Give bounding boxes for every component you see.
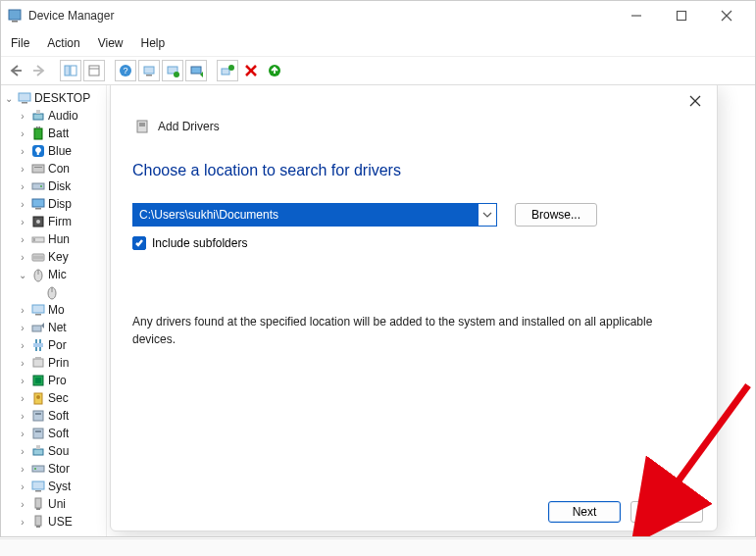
- svg-rect-10: [89, 66, 99, 76]
- tree-item[interactable]: ›USE: [3, 513, 104, 531]
- next-button[interactable]: Next: [548, 501, 621, 523]
- svg-rect-41: [33, 238, 35, 241]
- update-driver-button[interactable]: [185, 60, 207, 81]
- expand-icon[interactable]: ›: [17, 393, 28, 404]
- svg-point-67: [34, 468, 36, 470]
- toolbar: ?: [1, 57, 755, 85]
- expand-icon[interactable]: ›: [17, 499, 28, 510]
- tree-item[interactable]: ›Key: [3, 248, 104, 266]
- tree-root[interactable]: ⌄ DESKTOP: [3, 89, 104, 107]
- tree-item[interactable]: ›Uni: [3, 495, 104, 513]
- tree-item[interactable]: ›Prin: [3, 354, 104, 372]
- expand-icon[interactable]: ›: [17, 446, 28, 457]
- expand-icon[interactable]: ›: [17, 305, 28, 316]
- device-icon: [30, 178, 46, 194]
- menu-file[interactable]: File: [9, 34, 31, 52]
- tree-item[interactable]: ›Firm: [3, 213, 104, 230]
- expand-icon[interactable]: ›: [17, 217, 28, 227]
- tree-item[interactable]: ›Sec: [3, 389, 104, 407]
- svg-point-59: [36, 395, 40, 399]
- collapse-icon[interactable]: ⌄: [3, 93, 15, 104]
- help-button[interactable]: ?: [115, 60, 136, 81]
- close-window-button[interactable]: [704, 1, 749, 30]
- expand-icon[interactable]: ›: [17, 199, 28, 210]
- tree-item[interactable]: ›Disk: [3, 177, 104, 195]
- svg-point-35: [40, 185, 42, 187]
- expand-icon[interactable]: ›: [17, 234, 28, 245]
- device-icon: [30, 337, 46, 353]
- show-hide-tree-button[interactable]: [60, 60, 81, 81]
- tree-item[interactable]: ›Audio: [3, 107, 104, 125]
- device-icon: [30, 231, 46, 247]
- tree-item-label: Prin: [48, 356, 69, 370]
- svg-rect-43: [33, 256, 43, 260]
- dialog-close-button[interactable]: [683, 89, 707, 113]
- enable-device-button[interactable]: [264, 60, 285, 81]
- tree-item[interactable]: ›Stor: [3, 460, 104, 478]
- expand-icon[interactable]: ›: [17, 340, 28, 351]
- forward-button[interactable]: [28, 60, 50, 81]
- tree-item-label: Mo: [48, 303, 65, 317]
- expand-icon[interactable]: ›: [17, 323, 28, 333]
- dialog-header-text: Add Drivers: [158, 120, 220, 133]
- expand-icon[interactable]: ›: [17, 111, 28, 122]
- tree-item[interactable]: ›Batt: [3, 125, 104, 142]
- svg-rect-55: [35, 357, 41, 359]
- tree-item[interactable]: ›Soft: [3, 425, 104, 442]
- expand-icon[interactable]: ›: [17, 128, 28, 139]
- svg-text:?: ?: [123, 66, 127, 76]
- expand-icon[interactable]: ›: [17, 181, 28, 192]
- tree-item[interactable]: [3, 283, 104, 301]
- device-icon: [30, 126, 46, 141]
- properties-button[interactable]: [83, 60, 105, 81]
- tree-item[interactable]: ›Hun: [3, 230, 104, 248]
- expand-icon[interactable]: ›: [17, 517, 28, 528]
- tree-item[interactable]: ›Pro: [3, 372, 104, 389]
- mouse-icon: [44, 284, 60, 300]
- maximize-button[interactable]: [659, 1, 704, 30]
- expand-icon[interactable]: ›: [17, 481, 28, 492]
- scan-hardware-button[interactable]: [138, 60, 160, 81]
- tree-item-label: USE: [48, 515, 73, 529]
- disable-device-button[interactable]: [240, 60, 262, 81]
- tree-item[interactable]: ›Sou: [3, 442, 104, 460]
- menu-action[interactable]: Action: [45, 34, 81, 52]
- expand-icon[interactable]: ›: [17, 252, 28, 263]
- tree-item-label: Audio: [48, 109, 78, 123]
- expand-icon[interactable]: ›: [17, 358, 28, 369]
- add-driver-button[interactable]: [162, 60, 183, 81]
- menu-view[interactable]: View: [96, 34, 126, 52]
- expand-icon[interactable]: ›: [17, 464, 28, 475]
- tree-item[interactable]: ⌄Mic: [3, 266, 104, 283]
- path-value[interactable]: C:\Users\sukhi\Documents: [133, 204, 479, 226]
- chevron-down-icon[interactable]: [479, 204, 496, 226]
- tree-item[interactable]: ›Con: [3, 160, 104, 177]
- uninstall-device-button[interactable]: [217, 60, 238, 81]
- back-button[interactable]: [5, 60, 26, 81]
- tree-item[interactable]: ›Net: [3, 319, 104, 336]
- expand-icon[interactable]: ⌄: [17, 270, 28, 280]
- expand-icon[interactable]: ›: [17, 146, 28, 157]
- svg-rect-29: [36, 126, 38, 128]
- tree-item[interactable]: ›Por: [3, 336, 104, 354]
- cancel-button[interactable]: Cancel: [630, 501, 703, 523]
- menu-help[interactable]: Help: [139, 34, 168, 52]
- expand-icon[interactable]: ›: [17, 164, 28, 175]
- tree-item[interactable]: ›Syst: [3, 478, 104, 495]
- path-combobox[interactable]: C:\Users\sukhi\Documents: [132, 203, 497, 227]
- device-tree[interactable]: ⌄ DESKTOP ›Audio›Batt›Blue›Con›Disk›Disp…: [1, 85, 107, 536]
- device-icon: [30, 108, 46, 124]
- tree-item[interactable]: ›Mo: [3, 301, 104, 319]
- include-subfolders-checkbox[interactable]: [132, 236, 146, 250]
- browse-button[interactable]: Browse...: [515, 203, 597, 227]
- expand-icon[interactable]: ›: [17, 411, 28, 422]
- device-icon: [30, 161, 46, 177]
- expand-icon[interactable]: ›: [17, 429, 28, 439]
- tree-item[interactable]: ›Soft: [3, 407, 104, 425]
- tree-item-label: Blue: [48, 144, 72, 158]
- tree-item[interactable]: ›Disp: [3, 195, 104, 213]
- svg-rect-49: [35, 314, 41, 316]
- minimize-button[interactable]: [614, 1, 659, 30]
- tree-item[interactable]: ›Blue: [3, 142, 104, 160]
- expand-icon[interactable]: ›: [17, 376, 28, 386]
